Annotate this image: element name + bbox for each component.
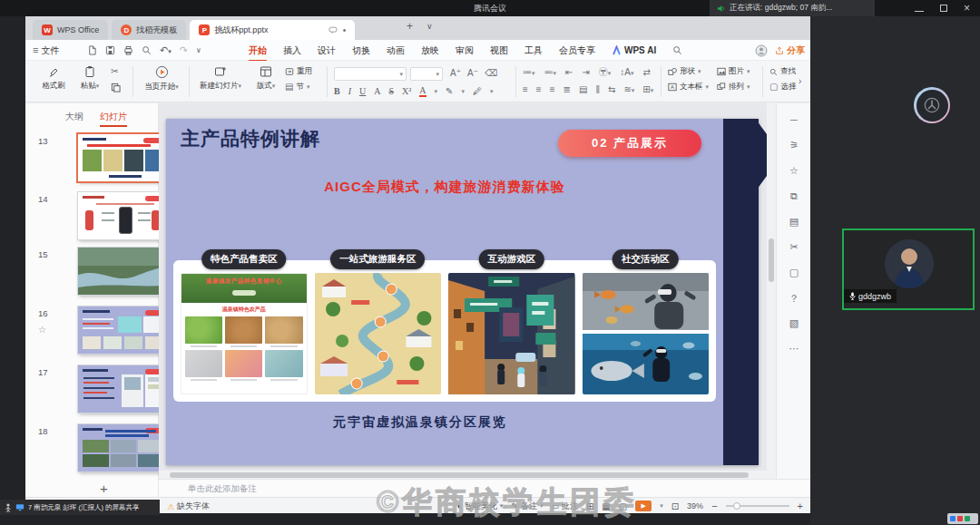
more-icon[interactable]: ⋯ [777, 343, 811, 355]
tab-list-chevron-icon[interactable]: ∨ [426, 23, 433, 31]
paste-button[interactable]: 粘贴▾ [74, 65, 105, 92]
tab-wps-home[interactable]: W WPS Office [33, 20, 108, 40]
decrease-indent-icon[interactable]: ⇤ [565, 68, 573, 77]
menu-tools[interactable]: 工具 [524, 44, 543, 57]
minimize-button[interactable] [915, 4, 924, 12]
picture-button[interactable]: 图片▾ [717, 66, 750, 77]
paragraph-settings-icon[interactable]: ≋▾ [623, 85, 634, 94]
play-from-current-button[interactable]: 当页开始▾ [138, 65, 185, 92]
zoom-slider[interactable] [726, 505, 789, 507]
underline-button[interactable]: U [359, 86, 366, 96]
fullscreen-icon[interactable]: ⊡ [671, 501, 679, 511]
print-icon[interactable] [123, 45, 133, 55]
vertical-scrollbar[interactable] [767, 102, 776, 479]
horizontal-scrollbar[interactable] [159, 471, 767, 479]
increase-font-icon[interactable]: A⁺ [450, 69, 461, 78]
shapes-button[interactable]: 形状▾ [668, 66, 709, 77]
menu-transition[interactable]: 切换 [352, 44, 370, 57]
add-slide-button[interactable]: + [100, 481, 108, 496]
highlight-button[interactable]: ✎ [446, 87, 453, 96]
undo-icon[interactable]: ↶▾ [160, 44, 172, 56]
distribute-icon[interactable]: ▤ [579, 85, 587, 94]
zoom-level[interactable]: 39% [687, 501, 703, 510]
textbox-button[interactable]: A 文本框▾ [668, 82, 709, 92]
format-painter-button[interactable]: 格式刷 [36, 65, 71, 92]
comment-icon[interactable] [328, 26, 338, 34]
quickbar-chevron-icon[interactable]: ∨ [196, 46, 201, 54]
layers-icon[interactable]: ⧉ [777, 190, 811, 202]
menu-wps-ai[interactable]: WPS AI [612, 45, 656, 55]
menu-design[interactable]: 设计 [318, 44, 336, 57]
new-doc-icon[interactable] [87, 45, 97, 55]
file-menu[interactable]: ≡ 文件 [33, 40, 59, 61]
char-border-button[interactable]: A [374, 86, 380, 96]
print-preview-icon[interactable] [142, 45, 152, 55]
bold-button[interactable]: B [334, 86, 340, 96]
play-options-chevron-icon[interactable]: ▾ [660, 502, 663, 510]
menu-member[interactable]: 会员专享 [559, 44, 595, 57]
columns-icon[interactable]: ⫼ [595, 85, 600, 94]
menu-animation[interactable]: 动画 [387, 44, 405, 57]
bullet-list-icon[interactable]: ≔▾ [523, 68, 535, 77]
close-button[interactable]: × [964, 1, 970, 15]
ribbon-expand-chevron-icon[interactable]: › [799, 77, 801, 86]
play-slideshow-button[interactable]: ▶ [635, 501, 652, 511]
decrease-font-icon[interactable]: A⁻ [467, 69, 478, 78]
tab-outline[interactable]: 大纲 [65, 111, 83, 123]
maximize-button[interactable] [940, 5, 947, 12]
align-left-icon[interactable]: ≡ [523, 85, 528, 94]
crop-frame-icon[interactable]: ▢ [777, 267, 811, 278]
vertical-scrollbar-handle[interactable] [769, 238, 774, 282]
image-tools-icon[interactable]: ▤ [777, 216, 811, 228]
text-direction-icon[interactable]: ⇄ [643, 68, 651, 77]
layout-button[interactable]: 版式▾ [250, 65, 281, 92]
copy-icon[interactable] [111, 83, 121, 92]
horizontal-scrollbar-handle[interactable] [170, 472, 749, 478]
tab-slides[interactable]: 幻灯片 [100, 111, 127, 127]
number-list-icon[interactable]: ≕▾ [544, 68, 557, 77]
star-icon[interactable]: ☆ [38, 325, 46, 335]
reuse-button[interactable]: 重用 [285, 66, 312, 77]
current-slide[interactable]: 主产品特例讲解 02 产品展示 AIGC全局模式，构建旅游消费新体验 特色产品售… [166, 119, 759, 465]
zoom-out-button[interactable]: − [711, 501, 717, 511]
effects-icon[interactable]: ✂ [777, 241, 811, 253]
menu-home[interactable]: 开始 [249, 44, 267, 57]
avatar-icon[interactable] [755, 44, 768, 57]
participant-video-tile[interactable]: gddgzwb [842, 228, 975, 310]
menu-review[interactable]: 审阅 [456, 44, 474, 57]
arrange-button[interactable]: 排列▾ [717, 82, 750, 92]
font-color-button[interactable]: A [419, 85, 426, 97]
search-icon[interactable] [672, 45, 682, 55]
justify-icon[interactable]: ≣ [564, 85, 571, 94]
zoom-slider-knob[interactable] [733, 502, 740, 510]
zoom-in-button[interactable]: + [798, 501, 803, 511]
assets-icon[interactable]: ▧ [777, 317, 811, 329]
italic-button[interactable]: I [348, 86, 351, 96]
save-icon[interactable] [105, 45, 115, 55]
find-button[interactable]: 查找 [769, 66, 796, 77]
align-right-icon[interactable]: ≡ [550, 85, 555, 94]
tab-docer-templates[interactable]: D 找稻壳模板 [112, 20, 186, 40]
menu-insert[interactable]: 插入 [283, 44, 301, 57]
settings-sliders-icon[interactable]: ⚞ [777, 140, 811, 151]
table-icon[interactable]: ⊞▾ [642, 85, 653, 94]
superscript-button[interactable]: X² [402, 86, 411, 96]
new-tab-button[interactable]: + [407, 21, 413, 32]
font-name-select[interactable]: ▾ [334, 67, 407, 81]
star-resources-icon[interactable]: ☆ [777, 165, 811, 177]
menu-view[interactable]: 视图 [490, 44, 508, 57]
help-icon[interactable]: ？ [777, 292, 811, 306]
strikethrough-button[interactable]: S [388, 86, 394, 96]
align-center-icon[interactable]: ≡ [536, 85, 542, 94]
cut-icon[interactable]: ✂ [111, 67, 121, 76]
tab-presentation[interactable]: P 挑战杯ppt.pptx • [190, 20, 355, 40]
menu-slideshow[interactable]: 放映 [421, 44, 439, 57]
share-button[interactable]: 分享 [775, 44, 805, 57]
section-button[interactable]: ▤ 节▾ [285, 82, 312, 92]
text-effect-button[interactable]: 🖉 [473, 87, 482, 96]
increase-indent-icon[interactable]: ⇥ [582, 68, 589, 77]
collapse-handle-icon[interactable]: ─ [777, 114, 811, 125]
line-spacing-icon[interactable]: ↕A▾ [620, 68, 633, 77]
indent-left-icon[interactable]: ⇆ [608, 85, 615, 94]
new-slide-button-ribbon[interactable]: 新建幻灯片▾ [194, 65, 247, 92]
